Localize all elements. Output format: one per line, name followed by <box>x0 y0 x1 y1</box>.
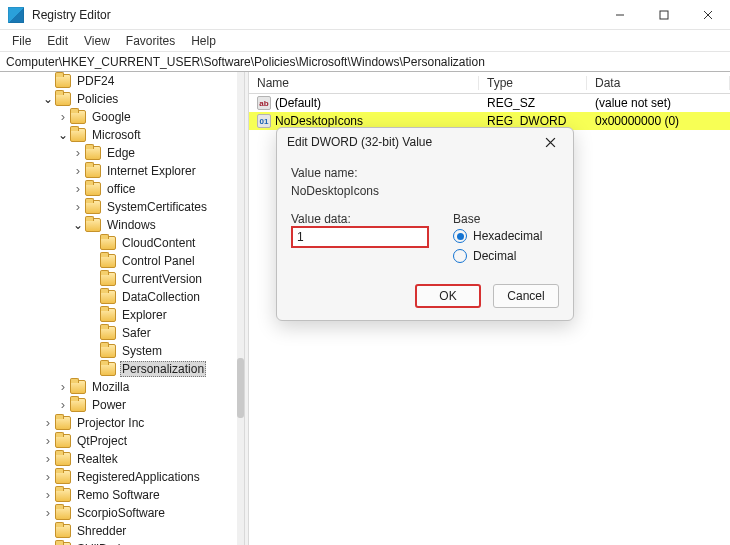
tree-item-currentversion[interactable]: CurrentVersion <box>0 270 244 288</box>
tree-item-mozilla[interactable]: Mozilla <box>0 378 244 396</box>
value-dw-icon: 01 <box>257 114 271 128</box>
maximize-button[interactable] <box>642 0 686 30</box>
chevron-down-icon[interactable] <box>72 219 84 231</box>
chevron-right-icon[interactable] <box>42 453 54 465</box>
tree-item-regapps[interactable]: RegisteredApplications <box>0 468 244 486</box>
tree-item-shredder[interactable]: Shredder <box>0 522 244 540</box>
tree-spacer-icon <box>87 327 99 339</box>
tree-spacer-icon <box>87 237 99 249</box>
list-row[interactable]: ab(Default)REG_SZ(value not set) <box>249 94 730 112</box>
tree-item-realtek[interactable]: Realtek <box>0 450 244 468</box>
chevron-right-icon[interactable] <box>57 399 69 411</box>
cell-data: 0x00000000 (0) <box>595 114 679 128</box>
chevron-right-icon[interactable] <box>72 147 84 159</box>
chevron-right-icon[interactable] <box>42 489 54 501</box>
menu-help[interactable]: Help <box>185 33 222 49</box>
tree-item-power[interactable]: Power <box>0 396 244 414</box>
folder-icon <box>55 470 71 484</box>
chevron-right-icon[interactable] <box>72 183 84 195</box>
chevron-right-icon[interactable] <box>42 507 54 519</box>
tree-item-systemcertificates[interactable]: SystemCertificates <box>0 198 244 216</box>
chevron-right-icon[interactable] <box>57 111 69 123</box>
tree-item-personalization[interactable]: Personalization <box>0 360 244 378</box>
value-data-input[interactable] <box>291 226 429 248</box>
menu-favorites[interactable]: Favorites <box>120 33 181 49</box>
list-header: Name Type Data <box>249 72 730 94</box>
col-type[interactable]: Type <box>479 76 587 90</box>
tree-scrollbar[interactable] <box>237 72 244 545</box>
cell-type: REG_SZ <box>487 96 535 110</box>
tree-item-ie[interactable]: Internet Explorer <box>0 162 244 180</box>
value-name-label: Value name: <box>291 166 559 180</box>
menu-file[interactable]: File <box>6 33 37 49</box>
tree-item-google[interactable]: Google <box>0 108 244 126</box>
regedit-icon <box>8 7 24 23</box>
svg-rect-0 <box>660 11 668 19</box>
ok-button[interactable]: OK <box>415 284 481 308</box>
folder-icon <box>100 254 116 268</box>
tree-item-projector[interactable]: Projector Inc <box>0 414 244 432</box>
tree-item-edge[interactable]: Edge <box>0 144 244 162</box>
chevron-down-icon[interactable] <box>57 129 69 141</box>
tree-item-skillbrains[interactable]: SkillBrains <box>0 540 244 545</box>
folder-icon <box>85 182 101 196</box>
close-button[interactable] <box>686 0 730 30</box>
chevron-right-icon[interactable] <box>72 165 84 177</box>
titlebar: Registry Editor <box>0 0 730 30</box>
tree-item-system[interactable]: System <box>0 342 244 360</box>
chevron-right-icon[interactable] <box>42 435 54 447</box>
col-name[interactable]: Name <box>249 76 479 90</box>
menu-view[interactable]: View <box>78 33 116 49</box>
folder-icon <box>55 488 71 502</box>
radio-dot-icon <box>453 229 467 243</box>
tree-item-microsoft[interactable]: Microsoft <box>0 126 244 144</box>
tree-item-cloudcontent[interactable]: CloudContent <box>0 234 244 252</box>
tree-item-safer[interactable]: Safer <box>0 324 244 342</box>
folder-icon <box>55 524 71 538</box>
tree-spacer-icon <box>87 273 99 285</box>
folder-icon <box>100 344 116 358</box>
tree-item-datacollection[interactable]: DataCollection <box>0 288 244 306</box>
tree-item-scorpio[interactable]: ScorpioSoftware <box>0 504 244 522</box>
chevron-right-icon[interactable] <box>72 201 84 213</box>
chevron-right-icon[interactable] <box>57 381 69 393</box>
value-sz-icon: ab <box>257 96 271 110</box>
tree-item-windows[interactable]: Windows <box>0 216 244 234</box>
chevron-right-icon[interactable] <box>42 417 54 429</box>
address-bar[interactable]: Computer\HKEY_CURRENT_USER\Software\Poli… <box>0 52 730 72</box>
base-label: Base <box>453 212 559 226</box>
col-data[interactable]: Data <box>587 76 730 90</box>
cell-name: NoDesktopIcons <box>275 114 363 128</box>
cancel-button[interactable]: Cancel <box>493 284 559 308</box>
chevron-right-icon[interactable] <box>42 471 54 483</box>
menu-edit[interactable]: Edit <box>41 33 74 49</box>
tree-spacer-icon <box>87 345 99 357</box>
folder-icon <box>55 416 71 430</box>
tree-spacer-icon <box>87 291 99 303</box>
tree-scroll-thumb[interactable] <box>237 358 244 418</box>
folder-icon <box>100 326 116 340</box>
folder-icon <box>85 164 101 178</box>
tree-spacer-icon <box>42 525 54 537</box>
tree-spacer-icon <box>87 309 99 321</box>
address-path: Computer\HKEY_CURRENT_USER\Software\Poli… <box>6 55 485 69</box>
minimize-button[interactable] <box>598 0 642 30</box>
tree-item-remo[interactable]: Remo Software <box>0 486 244 504</box>
tree-pane[interactable]: PDF24 Policies Google Microsoft Edge Int… <box>0 72 244 545</box>
menubar: File Edit View Favorites Help <box>0 30 730 52</box>
folder-icon <box>70 380 86 394</box>
edit-dword-dialog: Edit DWORD (32-bit) Value Value name: No… <box>276 127 574 321</box>
value-data-label: Value data: <box>291 212 429 226</box>
chevron-down-icon[interactable] <box>42 93 54 105</box>
radio-hexadecimal[interactable]: Hexadecimal <box>453 226 559 246</box>
tree-item-qtproject[interactable]: QtProject <box>0 432 244 450</box>
tree-item-controlpanel[interactable]: Control Panel <box>0 252 244 270</box>
tree-item-policies[interactable]: Policies <box>0 90 244 108</box>
dialog-close-button[interactable] <box>537 129 563 155</box>
tree-item-explorer[interactable]: Explorer <box>0 306 244 324</box>
tree-item-pdf24[interactable]: PDF24 <box>0 72 244 90</box>
folder-icon <box>85 200 101 214</box>
radio-decimal[interactable]: Decimal <box>453 246 559 266</box>
tree-item-office[interactable]: office <box>0 180 244 198</box>
folder-icon <box>55 452 71 466</box>
